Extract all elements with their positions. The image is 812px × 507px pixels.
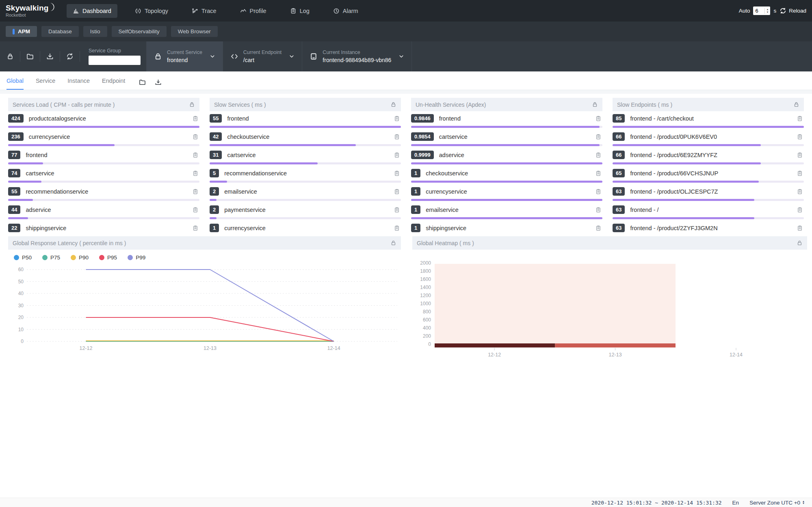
list-item: 44adservice xyxy=(8,203,199,221)
nav-item-alarm[interactable]: Alarm xyxy=(327,4,364,18)
list-item-main: 66frontend - /product/6E92ZMYYFZ xyxy=(613,151,804,159)
auto-interval-input[interactable] xyxy=(753,8,764,14)
list-item: 65frontend - /product/66VCHSJNUP xyxy=(613,166,804,184)
tab-service[interactable]: Service xyxy=(36,78,55,90)
legend-item-p95[interactable]: P95 xyxy=(99,255,117,261)
legend-label: P99 xyxy=(136,255,145,261)
tab-instance[interactable]: Instance xyxy=(67,78,90,90)
copy-icon[interactable] xyxy=(192,115,199,122)
step-down-icon[interactable]: ▼ xyxy=(765,11,770,14)
template-tab-label: SelfObservability xyxy=(119,28,160,35)
nav-item-topology[interactable]: Topology xyxy=(129,4,174,18)
x-tick-label: 12-14 xyxy=(327,345,340,351)
lock-icon[interactable] xyxy=(189,101,195,108)
nav-item-log[interactable]: Log xyxy=(284,4,316,18)
legend-item-p90[interactable]: P90 xyxy=(71,255,89,261)
legend-item-p50[interactable]: P50 xyxy=(14,255,32,261)
progress-fill xyxy=(8,144,115,146)
progress-track xyxy=(8,181,199,183)
copy-icon[interactable] xyxy=(394,115,400,122)
copy-icon[interactable] xyxy=(192,207,199,213)
progress-track xyxy=(8,144,199,146)
service-group-input[interactable] xyxy=(89,56,141,65)
copy-icon[interactable] xyxy=(797,134,803,140)
step-down-icon[interactable]: ▼ xyxy=(802,503,805,505)
copy-icon[interactable] xyxy=(394,207,400,213)
service-name: frontend - /product/6E92ZMYYFZ xyxy=(630,152,797,158)
service-name: cartservice xyxy=(227,152,394,158)
progress-track xyxy=(411,162,602,164)
copy-icon[interactable] xyxy=(595,188,602,195)
value-badge: 63 xyxy=(613,187,625,196)
copy-icon[interactable] xyxy=(595,225,602,231)
main-nav: DashboardTopologyTraceProfileLogAlarm xyxy=(67,4,364,18)
panel-header: Slow Services ( ms ) xyxy=(210,98,401,111)
lock-icon[interactable] xyxy=(592,101,598,108)
folder-icon[interactable] xyxy=(24,53,36,60)
lock-icon[interactable] xyxy=(390,240,396,246)
nav-item-trace[interactable]: Trace xyxy=(186,4,223,18)
template-tab-apm[interactable]: APM xyxy=(6,26,37,37)
tab-global[interactable]: Global xyxy=(6,78,24,90)
copy-icon[interactable] xyxy=(595,170,602,177)
download-icon[interactable] xyxy=(44,53,56,60)
copy-icon[interactable] xyxy=(595,152,602,158)
copy-icon[interactable] xyxy=(394,134,400,140)
download-icon[interactable] xyxy=(155,79,162,86)
language-toggle[interactable]: En xyxy=(732,500,739,506)
selector-current-endpoint[interactable]: Current Endpoint/cart xyxy=(223,41,302,71)
copy-icon[interactable] xyxy=(192,170,199,177)
legend-item-p99[interactable]: P99 xyxy=(128,255,145,261)
lock-icon[interactable] xyxy=(4,53,16,60)
template-tab-database[interactable]: Database xyxy=(41,26,79,37)
reload-icon xyxy=(780,7,786,14)
folder-icon[interactable] xyxy=(139,79,146,86)
panel-title: Slow Endpoints ( ms ) xyxy=(617,101,672,108)
template-tab-selfobservability[interactable]: SelfObservability xyxy=(112,26,167,37)
selector-value: frontend xyxy=(167,57,202,63)
template-tab-istio[interactable]: Istio xyxy=(83,26,107,37)
copy-icon[interactable] xyxy=(192,152,199,158)
selector-current-instance[interactable]: Current Instancefrontend-988494b89-vbn86 xyxy=(302,41,412,71)
nav-item-dashboard[interactable]: Dashboard xyxy=(67,4,117,18)
copy-icon[interactable] xyxy=(797,207,803,213)
y-tick-label: 50 xyxy=(18,279,24,285)
copy-icon[interactable] xyxy=(192,134,199,140)
view-tab-tools xyxy=(139,79,162,90)
copy-icon[interactable] xyxy=(595,207,602,213)
list-item: 1emailservice xyxy=(411,203,602,221)
copy-icon[interactable] xyxy=(394,152,400,158)
selector-text: Current Instancefrontend-988494b89-vbn86 xyxy=(323,50,391,63)
copy-icon[interactable] xyxy=(394,225,400,231)
tab-endpoint[interactable]: Endpoint xyxy=(102,78,125,90)
lock-icon[interactable] xyxy=(390,101,396,108)
refresh-icon[interactable] xyxy=(64,53,76,60)
list-item: 1currencyservice xyxy=(411,184,602,203)
template-tab-web-browser[interactable]: Web Browser xyxy=(171,26,218,37)
progress-fill xyxy=(210,217,217,219)
copy-icon[interactable] xyxy=(797,152,803,158)
copy-icon[interactable] xyxy=(797,225,803,231)
reload-button[interactable]: Reload xyxy=(780,7,806,14)
template-tab-label: Istio xyxy=(90,28,100,35)
app-logo[interactable]: Skywalking Rocketbot xyxy=(6,4,58,17)
copy-icon[interactable] xyxy=(797,115,803,122)
legend-label: P75 xyxy=(50,255,60,261)
copy-icon[interactable] xyxy=(595,134,602,140)
service-group-label: Service Group xyxy=(89,48,141,54)
copy-icon[interactable] xyxy=(394,170,400,177)
copy-icon[interactable] xyxy=(595,115,602,122)
list-item-main: 2paymentservice xyxy=(210,205,401,214)
lock-icon[interactable] xyxy=(797,240,803,246)
legend-item-p75[interactable]: P75 xyxy=(42,255,60,261)
copy-icon[interactable] xyxy=(394,188,400,195)
copy-icon[interactable] xyxy=(797,170,803,177)
copy-icon[interactable] xyxy=(192,188,199,195)
step-up-icon[interactable]: ▲ xyxy=(765,8,770,11)
copy-icon[interactable] xyxy=(192,225,199,231)
lock-icon[interactable] xyxy=(793,101,799,108)
selector-current-service[interactable]: Current Servicefrontend xyxy=(146,41,223,71)
copy-icon[interactable] xyxy=(797,188,803,195)
nav-item-profile[interactable]: Profile xyxy=(234,4,273,18)
time-range-picker[interactable]: 2020-12-12 15:01:32 ~ 2020-12-14 15:31:3… xyxy=(591,500,722,506)
